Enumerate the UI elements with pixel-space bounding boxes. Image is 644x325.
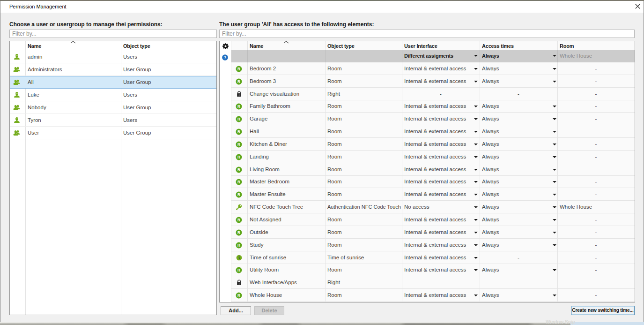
svg-text:R: R [237, 129, 240, 134]
svg-text:R: R [237, 243, 240, 248]
svg-text:R: R [237, 117, 240, 121]
svg-text:R: R [237, 180, 240, 184]
svg-text:R: R [237, 230, 240, 235]
svg-text:R: R [237, 293, 240, 298]
svg-text:R: R [237, 104, 240, 109]
svg-text:R: R [237, 192, 240, 197]
svg-text:R: R [237, 268, 240, 272]
svg-text:?: ? [224, 55, 226, 60]
svg-text:R: R [237, 79, 240, 84]
svg-text:R: R [237, 67, 240, 71]
svg-text:R: R [237, 167, 240, 172]
svg-text:R: R [237, 218, 240, 222]
svg-text:R: R [237, 155, 240, 159]
svg-text:R: R [237, 142, 240, 147]
